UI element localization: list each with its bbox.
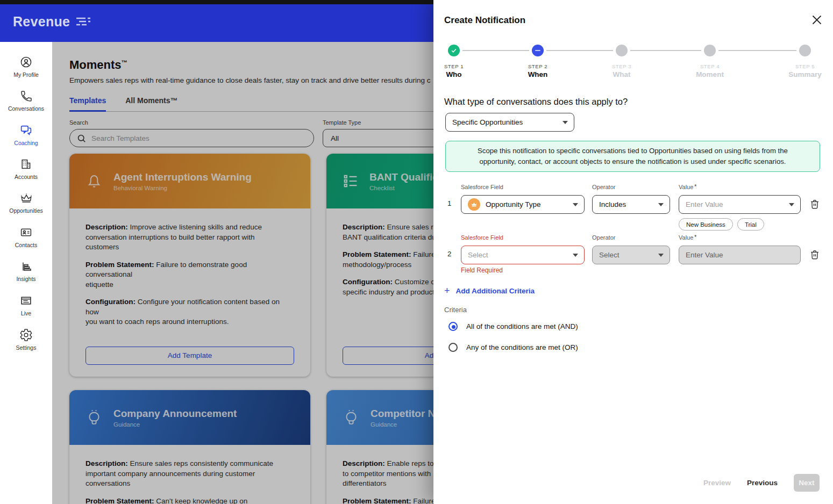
field-required-error: Field Required (461, 267, 503, 274)
gear-icon (19, 328, 33, 342)
criteria-row-number: 1 (447, 199, 451, 207)
profile-icon (19, 55, 33, 69)
sidebar-item-conversations[interactable]: Conversations (0, 84, 52, 118)
minus-icon (535, 50, 540, 52)
step-upcoming-circle (799, 45, 811, 56)
check-icon (451, 47, 457, 54)
add-additional-criteria-label: Add Additional Criteria (456, 287, 535, 295)
operator-value: Includes (599, 200, 626, 208)
stepper-step-when[interactable]: STEP 2 When (506, 45, 570, 78)
revenue-logo: Revenue (13, 14, 91, 30)
sidebar-item-insights[interactable]: Insights (0, 254, 52, 289)
scope-info-text: Scope this notification to specific conv… (478, 146, 788, 167)
salesforce-field-label: Salesforce Field (461, 184, 503, 190)
sidebar-item-accounts[interactable]: Accounts (0, 152, 52, 186)
step-name: Moment (678, 70, 742, 78)
sidebar-item-label: Insights (16, 276, 35, 282)
delete-criteria-row2-icon[interactable] (809, 248, 821, 261)
stepper-step-what[interactable]: STEP 3 What (589, 45, 654, 78)
operator-placeholder: Select (599, 251, 620, 259)
value-label: Value* (679, 234, 696, 241)
insights-bars-icon (20, 260, 33, 273)
step-name: What (589, 70, 654, 78)
close-icon[interactable] (810, 13, 823, 26)
sidebar-item-label: My Profile (13, 71, 39, 78)
crown-icon (19, 192, 33, 205)
previous-button[interactable]: Previous (747, 479, 778, 487)
sidebar-item-label: Coaching (14, 140, 38, 146)
plus-icon: + (444, 286, 450, 295)
sidebar-item-contacts[interactable]: Contacts (0, 220, 52, 255)
salesforce-field-placeholder: Select (468, 251, 488, 259)
add-additional-criteria-button[interactable]: + Add Additional Criteria (444, 286, 535, 295)
step-number: STEP 5 (773, 63, 833, 69)
operator-label: Operator (592, 234, 615, 241)
stepper-step-summary[interactable]: STEP 5 Summary (773, 45, 833, 78)
sidebar-item-live[interactable]: Live (0, 289, 52, 323)
step-name: Summary (773, 70, 833, 78)
chevron-down-icon (563, 121, 568, 124)
stepper-step-moment[interactable]: STEP 4 Moment (678, 45, 742, 78)
step-number: STEP 1 (422, 63, 486, 69)
chevron-down-icon (658, 203, 664, 206)
value-label: Value* (679, 184, 696, 190)
criteria-row-number: 2 (447, 250, 451, 258)
value-placeholder: Enter Value (686, 251, 723, 259)
window-top-strip (0, 0, 433, 4)
value-placeholder: Enter Value (686, 200, 723, 208)
step-upcoming-circle (704, 45, 716, 56)
step-number: STEP 3 (589, 63, 654, 69)
conversation-type-value: Specific Opportunities (452, 118, 523, 126)
chevron-down-icon (573, 203, 578, 206)
radio-all-conditions-and[interactable]: All of the conditions are met (AND) (448, 322, 578, 331)
revenue-logo-mark-icon (75, 16, 91, 28)
modal-title: Create Notification (444, 15, 525, 26)
chevron-down-icon (573, 254, 578, 257)
step-name: When (506, 70, 570, 78)
conversation-type-select[interactable]: Specific Opportunities (445, 113, 574, 132)
preview-button[interactable]: Preview (703, 479, 731, 487)
salesforce-field-select-row1[interactable]: Opportunity Type (461, 195, 585, 214)
app-window: Revenue My Profile Conversations Coachin… (0, 0, 833, 504)
next-button[interactable]: Next (794, 474, 820, 492)
operator-label: Operator (592, 184, 615, 190)
required-asterisk: * (694, 234, 696, 240)
sidebar-item-label: Accounts (15, 174, 38, 180)
salesforce-field-select-row2[interactable]: Select (461, 246, 585, 264)
value-select-row1[interactable]: Enter Value (679, 195, 801, 214)
operator-select-row1[interactable]: Includes (592, 195, 670, 214)
radio-unselected-icon (448, 343, 458, 352)
scope-info-banner: Scope this notification to specific conv… (445, 141, 820, 172)
conversation-type-question: What type of conversations does this app… (444, 97, 628, 107)
sidebar-item-my-profile[interactable]: My Profile (0, 49, 52, 84)
sidebar-nav: My Profile Conversations Coaching Accoun… (0, 42, 52, 504)
coaching-chat-icon (19, 124, 33, 137)
sidebar-item-label: Opportunities (9, 207, 42, 214)
live-list-icon (19, 294, 33, 307)
chip-new-business[interactable]: New Business (679, 218, 733, 231)
sidebar-item-coaching[interactable]: Coaching (0, 118, 52, 152)
step-active-circle (532, 45, 544, 56)
sidebar-item-opportunities[interactable]: Opportunities (0, 186, 52, 220)
radio-label: Any of the conditions are met (OR) (466, 343, 578, 351)
delete-criteria-row1-icon[interactable] (809, 198, 821, 211)
required-asterisk: * (694, 184, 696, 190)
phone-icon (20, 90, 33, 103)
buildings-icon (19, 157, 33, 171)
sidebar-item-label: Contacts (15, 242, 37, 248)
sidebar-item-label: Live (21, 310, 31, 316)
sidebar-item-settings[interactable]: Settings (0, 322, 52, 357)
sidebar-item-label: Conversations (8, 105, 44, 112)
stepper-step-who[interactable]: STEP 1 Who (422, 45, 486, 78)
opportunity-crown-icon (468, 198, 480, 211)
chevron-down-icon (658, 254, 664, 257)
logo-text: Revenue (13, 14, 70, 30)
value-input-row2: Enter Value (679, 246, 801, 264)
step-name: Who (422, 70, 486, 78)
chevron-down-icon (789, 203, 794, 206)
radio-any-conditions-or[interactable]: Any of the conditions are met (OR) (448, 343, 578, 352)
value-chips: New Business Trial (679, 218, 764, 231)
step-upcoming-circle (616, 45, 628, 56)
create-notification-modal: Create Notification STEP 1 Who STEP 2 Wh… (433, 0, 833, 504)
chip-trial[interactable]: Trial (737, 218, 764, 231)
